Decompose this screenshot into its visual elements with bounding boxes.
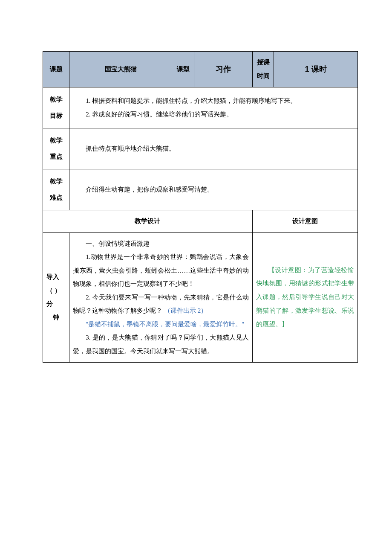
body-p3: 3. 是的，是大熊猫，你猜对了吗？同学们，大熊猫人见人爱，是我国的国宝。今天我们… (73, 331, 249, 358)
body-heading: 一、创设情境谜语激趣 (73, 237, 249, 251)
focus-content: 抓住特点有顺序地介绍大熊猫。 (69, 128, 358, 169)
design-header: 教学设计 (43, 210, 253, 233)
time-label: 授课 时间 (252, 52, 274, 87)
stage-label: 导入 （ ）分 钟 (43, 232, 69, 363)
stage-line2: （ ）分 (46, 284, 66, 311)
riddle-quote: "是猫不捕鼠，墨镜不离眼，要问最爱啥，最爱鲜竹叶。" (73, 318, 249, 331)
difficulty-text: 介绍得生动有趣，把你的观察和感受写清楚。 (73, 183, 354, 197)
body-p2a: 2. 今天我们要来写一写一种动物，先来猜猜，它是什么动物呢？这种动物你了解多少呢… (73, 294, 249, 314)
time-label-1: 授课 (256, 56, 270, 70)
focus-row: 教学 重点 抓住特点有顺序地介绍大熊猫。 (43, 128, 358, 169)
stage-line1: 导入 (46, 270, 66, 284)
time-label-2: 时间 (256, 70, 270, 83)
focus-text: 抓住特点有顺序地介绍大熊猫。 (73, 142, 354, 156)
intent-cell: 【设计意图：为了营造轻松愉快地氛围，用猜谜的形式把学生带入课题，然后引导学生说自… (252, 232, 357, 363)
stage-line3: 钟 (46, 311, 66, 325)
section-header-row: 教学设计 设计意图 (43, 210, 358, 233)
header-row: 课题 国宝大熊猫 课型 习作 授课 时间 1 课时 (43, 52, 358, 87)
goals-label: 教学 目标 (43, 87, 69, 128)
difficulty-row: 教学 难点 介绍得生动有趣，把你的观察和感受写清楚。 (43, 169, 358, 210)
type-value: 习作 (194, 52, 253, 87)
intent-header: 设计意图 (252, 210, 357, 233)
body-p1: 1.动物世界是一个非常奇妙的世界：鹦鹉会说话，大象会搬东西，萤火虫会引路，蚯蚓会… (73, 250, 249, 291)
goals-row: 教学 目标 1. 根据资料和问题提示，能抓住特点，介绍大熊猫，并能有顺序地写下来… (43, 87, 358, 128)
body-p2: 2. 今天我们要来写一写一种动物，先来猜猜，它是什么动物呢？这种动物你了解多少呢… (73, 291, 249, 318)
intent-text: 【设计意图：为了营造轻松愉快地氛围，用猜谜的形式把学生带入课题，然后引导学生说自… (256, 264, 354, 331)
main-row: 导入 （ ）分 钟 一、创设情境谜语激趣 1.动物世界是一个非常奇妙的世界：鹦鹉… (43, 232, 358, 363)
difficulty-label: 教学 难点 (43, 169, 69, 210)
topic-value: 国宝大熊猫 (69, 52, 172, 87)
topic-label: 课题 (43, 52, 69, 87)
focus-label: 教学 重点 (43, 128, 69, 169)
goals-line1: 1. 根据资料和问题提示，能抓住特点，介绍大熊猫，并能有顺序地写下来。 (73, 94, 354, 108)
courseware-note: （课件出示 2） (164, 307, 207, 314)
lesson-plan-table: 课题 国宝大熊猫 课型 习作 授课 时间 1 课时 教学 目标 1. 根据资料和… (43, 51, 358, 363)
goals-content: 1. 根据资料和问题提示，能抓住特点，介绍大熊猫，并能有顺序地写下来。 2. 养… (69, 87, 358, 128)
goals-line2: 2. 养成良好的说写习惯。继续培养他们的写话兴趣。 (73, 108, 354, 122)
lesson-body: 一、创设情境谜语激趣 1.动物世界是一个非常奇妙的世界：鹦鹉会说话，大象会搬东西… (69, 232, 253, 363)
type-label: 课型 (172, 52, 194, 87)
time-value: 1 课时 (274, 52, 358, 87)
difficulty-content: 介绍得生动有趣，把你的观察和感受写清楚。 (69, 169, 358, 210)
